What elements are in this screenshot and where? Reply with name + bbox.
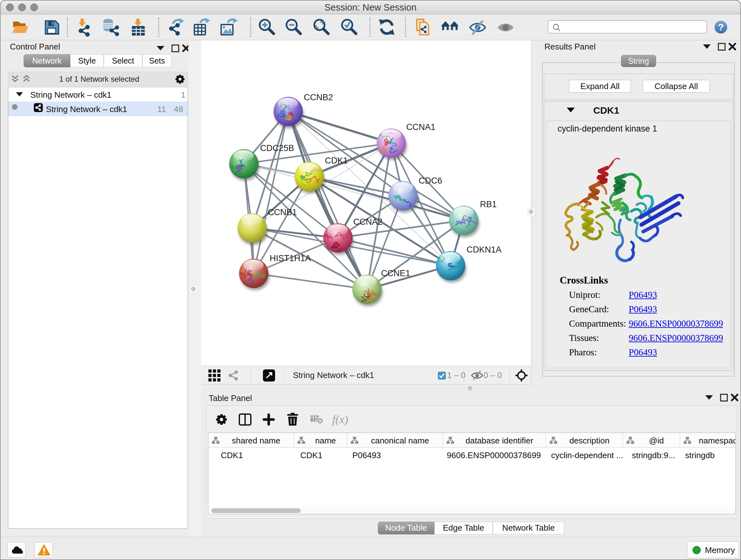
svg-text:CCNB2: CCNB2 (304, 92, 333, 102)
svg-text:CDKN1A: CDKN1A (467, 245, 502, 254)
svg-text:CCNE1: CCNE1 (381, 268, 410, 278)
svg-text:CDC25B: CDC25B (260, 143, 294, 153)
svg-text:CDK1: CDK1 (325, 156, 348, 165)
svg-text:CCNB1: CCNB1 (268, 207, 297, 217)
svg-text:RB1: RB1 (480, 199, 497, 209)
svg-text:CCNA2: CCNA2 (353, 217, 383, 227)
svg-text:CDC6: CDC6 (419, 176, 442, 186)
svg-text:?: ? (718, 22, 724, 32)
svg-text:HIST1H1A: HIST1H1A (270, 253, 311, 263)
svg-text:CCNA1: CCNA1 (406, 122, 435, 132)
